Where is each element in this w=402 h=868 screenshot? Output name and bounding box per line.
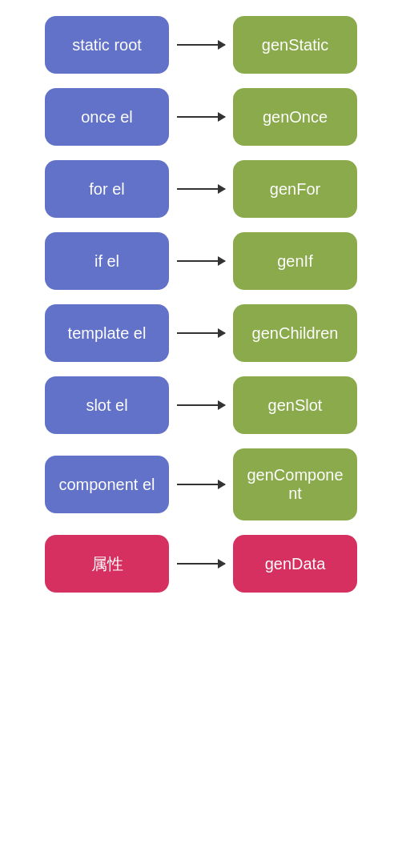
row-3: if el genIf	[0, 232, 402, 290]
arrow-7	[169, 563, 233, 565]
node-left-7: 属性	[45, 535, 169, 593]
node-right-4: genChildren	[233, 304, 357, 362]
diagram-container: static root genStatic once el genOnce fo…	[0, 16, 402, 593]
node-right-6: genComponent	[233, 448, 357, 520]
node-left-3: if el	[45, 232, 169, 290]
arrow-1	[169, 116, 233, 118]
node-right-3: genIf	[233, 232, 357, 290]
node-left-label-1: once el	[81, 108, 133, 127]
row-2: for el genFor	[0, 160, 402, 218]
node-right-label-0: genStatic	[262, 36, 328, 54]
node-left-label-3: if el	[94, 252, 119, 271]
row-4: template el genChildren	[0, 304, 402, 362]
row-0: static root genStatic	[0, 16, 402, 74]
arrow-2	[169, 188, 233, 190]
row-5: slot el genSlot	[0, 376, 402, 434]
node-left-label-2: for el	[89, 180, 124, 199]
node-left-0: static root	[45, 16, 169, 74]
node-left-label-5: slot el	[86, 396, 127, 415]
arrow-line-0	[177, 44, 225, 46]
node-left-label-7: 属性	[91, 553, 123, 575]
node-left-label-0: static root	[72, 36, 142, 54]
node-left-1: once el	[45, 88, 169, 146]
node-right-7: genData	[233, 535, 357, 593]
row-6: component el genComponent	[0, 448, 402, 520]
arrow-line-2	[177, 188, 225, 190]
node-right-label-2: genFor	[270, 180, 320, 199]
node-left-label-6: component el	[58, 476, 155, 494]
node-left-4: template el	[45, 304, 169, 362]
arrow-3	[169, 260, 233, 262]
node-right-label-7: genData	[265, 555, 326, 573]
node-left-6: component el	[45, 456, 169, 513]
node-left-5: slot el	[45, 376, 169, 434]
node-right-5: genSlot	[233, 376, 357, 434]
node-right-0: genStatic	[233, 16, 357, 74]
arrow-0	[169, 44, 233, 46]
node-right-label-6: genComponent	[244, 466, 346, 503]
node-right-2: genFor	[233, 160, 357, 218]
arrow-line-5	[177, 404, 225, 406]
arrow-6	[169, 484, 233, 485]
node-left-label-4: template el	[68, 324, 147, 343]
arrow-line-4	[177, 332, 225, 334]
row-1: once el genOnce	[0, 88, 402, 146]
arrow-line-7	[177, 563, 225, 565]
node-right-label-3: genIf	[277, 252, 312, 271]
node-right-label-5: genSlot	[268, 396, 323, 415]
arrow-4	[169, 332, 233, 334]
row-7: 属性 genData	[0, 535, 402, 593]
node-right-label-1: genOnce	[263, 108, 328, 127]
arrow-5	[169, 404, 233, 406]
node-right-label-4: genChildren	[252, 324, 339, 343]
arrow-line-1	[177, 116, 225, 118]
node-left-2: for el	[45, 160, 169, 218]
arrow-line-3	[177, 260, 225, 262]
arrow-line-6	[177, 484, 225, 485]
node-right-1: genOnce	[233, 88, 357, 146]
